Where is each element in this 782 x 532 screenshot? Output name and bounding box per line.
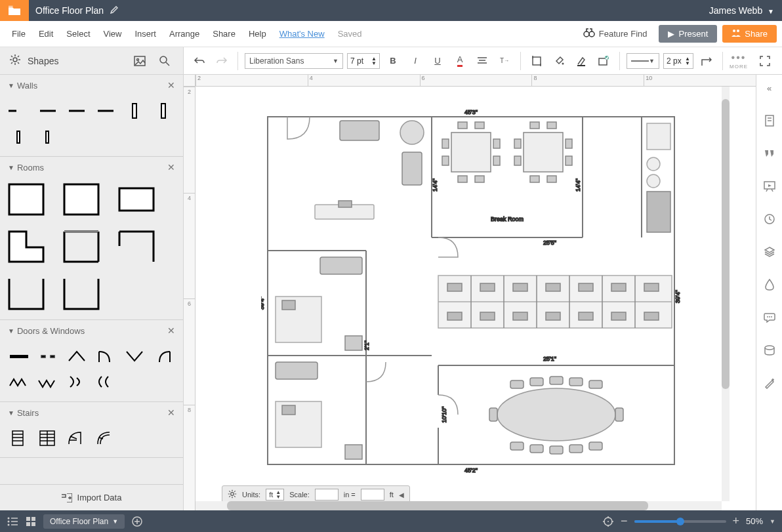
italic-button[interactable]: I	[406, 52, 424, 70]
shape-door[interactable]	[63, 344, 91, 369]
shape-wall[interactable]	[92, 98, 119, 123]
menu-share[interactable]: Share	[206, 25, 242, 43]
zoom-slider[interactable]	[634, 520, 726, 523]
more-button[interactable]: ••• MORE	[730, 52, 748, 70]
line-style-select[interactable]: ▼	[627, 53, 659, 69]
gear-icon[interactable]	[9, 54, 21, 68]
zoom-out-icon[interactable]: −	[621, 514, 628, 528]
shape-room[interactable]	[7, 276, 46, 312]
section-stairs-header[interactable]: ▼ Stairs ✕	[0, 402, 183, 423]
zoom-in-icon[interactable]: +	[733, 514, 740, 528]
shape-wall[interactable]	[63, 98, 91, 123]
scale-in-input[interactable]	[315, 489, 339, 501]
section-rooms-header[interactable]: ▼ Rooms ✕	[0, 157, 183, 178]
shape-room[interactable]	[62, 276, 101, 312]
share-button[interactable]: Share	[722, 25, 777, 43]
menu-edit[interactable]: Edit	[32, 25, 60, 43]
layers-icon[interactable]	[760, 243, 779, 261]
stroke-color-button[interactable]	[572, 52, 590, 70]
undo-button[interactable]	[190, 52, 209, 70]
history-icon[interactable]	[760, 210, 779, 228]
shape-door[interactable]	[34, 344, 62, 369]
shape-door[interactable]	[34, 370, 62, 395]
shape-room[interactable]	[62, 229, 101, 264]
units-select[interactable]: ft▲▼	[266, 489, 284, 501]
shape-wall[interactable]	[5, 125, 33, 150]
stroke-width-select[interactable]: 2 px ▲▼	[663, 53, 693, 69]
shape-door[interactable]	[121, 344, 148, 369]
crop-button[interactable]	[527, 52, 546, 70]
font-size-select[interactable]: 7 pt ▲▼	[347, 53, 380, 69]
pencil-icon[interactable]	[110, 6, 118, 16]
search-icon[interactable]	[155, 52, 174, 70]
shape-options-button[interactable]	[594, 52, 613, 70]
shape-room[interactable]	[117, 229, 156, 264]
shape-wall[interactable]	[34, 125, 62, 150]
close-icon[interactable]: ✕	[167, 162, 175, 173]
canvas[interactable]: Break Room	[196, 87, 756, 510]
comment-icon[interactable]	[760, 308, 779, 327]
shape-room[interactable]	[117, 182, 156, 217]
shape-door[interactable]	[5, 344, 33, 369]
align-button[interactable]	[473, 52, 491, 70]
shape-door[interactable]	[92, 370, 119, 395]
scale-ft-input[interactable]	[361, 489, 384, 501]
whats-new-link[interactable]: What's New	[273, 25, 331, 43]
import-data-button[interactable]: Import Data	[0, 484, 183, 510]
shape-room[interactable]	[7, 229, 46, 264]
text-color-button[interactable]: A	[451, 52, 469, 70]
zoom-value[interactable]: 50%	[746, 516, 763, 526]
shape-stairs[interactable]	[92, 426, 119, 451]
document-title[interactable]: Office Floor Plan	[29, 5, 110, 16]
menu-insert[interactable]: Insert	[128, 25, 163, 43]
page-icon[interactable]	[760, 112, 779, 130]
grid-view-icon[interactable]	[25, 516, 37, 527]
feature-find[interactable]: Feature Find	[577, 26, 654, 42]
bold-button[interactable]: B	[384, 52, 402, 70]
shape-wall[interactable]	[150, 98, 177, 123]
page-selector[interactable]: Office Floor Plan ▼	[43, 514, 125, 529]
menu-help[interactable]: Help	[242, 25, 273, 43]
collapse-right-icon[interactable]: «	[760, 79, 779, 97]
quote-icon[interactable]	[760, 144, 779, 163]
close-icon[interactable]: ✕	[167, 325, 175, 336]
shape-door[interactable]	[150, 344, 177, 369]
magic-icon[interactable]	[760, 374, 779, 392]
folder-button[interactable]	[0, 0, 29, 21]
shape-wall[interactable]	[5, 98, 33, 123]
gear-icon[interactable]	[228, 489, 237, 500]
fullscreen-button[interactable]	[756, 52, 774, 70]
menu-view[interactable]: View	[97, 25, 129, 43]
shape-door[interactable]	[63, 370, 91, 395]
horizontal-scrollbar[interactable]	[196, 501, 722, 510]
section-doors-header[interactable]: ▼ Doors & Windows ✕	[0, 320, 183, 341]
font-select[interactable]: Liberation Sans ▼	[245, 53, 343, 69]
menu-arrange[interactable]: Arrange	[163, 25, 206, 43]
drop-icon[interactable]	[760, 276, 779, 294]
underline-button[interactable]: U	[428, 52, 447, 70]
fill-button[interactable]	[550, 52, 568, 70]
redo-button[interactable]	[213, 52, 231, 70]
shape-wall[interactable]	[34, 98, 62, 123]
shape-room[interactable]	[7, 182, 46, 217]
data-icon[interactable]	[760, 341, 779, 359]
present-mode-icon[interactable]	[760, 177, 779, 195]
image-icon[interactable]	[131, 52, 149, 70]
close-icon[interactable]: ✕	[167, 80, 175, 91]
collapse-icon[interactable]: ◀	[399, 491, 404, 499]
menu-file[interactable]: File	[5, 25, 32, 43]
line-type-button[interactable]	[697, 52, 716, 70]
section-walls-header[interactable]: ▼ Walls ✕	[0, 75, 183, 96]
list-view-icon[interactable]	[7, 516, 18, 527]
target-icon[interactable]	[602, 516, 614, 527]
user-menu[interactable]: James Webb ▼	[701, 5, 782, 16]
floor-plan-drawing[interactable]: Break Room	[261, 106, 681, 474]
close-icon[interactable]: ✕	[167, 407, 175, 418]
add-page-icon[interactable]	[131, 516, 143, 527]
vertical-scrollbar[interactable]	[722, 87, 730, 501]
shape-door[interactable]	[92, 344, 119, 369]
shape-stairs[interactable]	[5, 426, 33, 451]
shape-stairs[interactable]	[34, 426, 62, 451]
shape-stairs[interactable]	[63, 426, 91, 451]
menu-select[interactable]: Select	[60, 25, 96, 43]
